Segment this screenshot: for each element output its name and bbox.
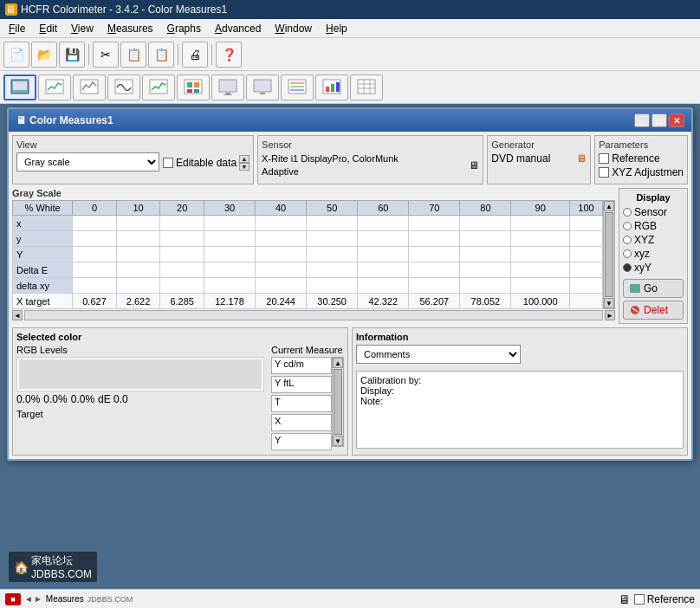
scroll-down-btn[interactable]: ▼	[604, 298, 614, 308]
view-select[interactable]: Gray scale Color checker	[16, 152, 159, 171]
cell-xt-7: 56.207	[409, 294, 460, 309]
radio-rgb[interactable]: RGB	[623, 220, 684, 232]
status-next-btn[interactable]: ►	[34, 594, 42, 604]
horiz-scroll-left[interactable]: ◄	[12, 310, 23, 320]
rgb-levels-label: RGB Levels	[16, 345, 264, 355]
ref-status-checkbox[interactable]	[634, 594, 645, 605]
tb-monitor1-btn[interactable]	[211, 74, 244, 100]
editable-checkbox[interactable]	[163, 158, 173, 168]
cell	[204, 247, 255, 262]
menu-file[interactable]: File	[2, 21, 32, 36]
cell	[73, 262, 117, 278]
table-row-deltae: Delta E	[13, 262, 603, 278]
delete-button[interactable]: Delet	[623, 301, 684, 320]
measure-scrollbar[interactable]: ▲ ▼	[332, 357, 344, 447]
col-100: 100	[570, 201, 603, 216]
rgb-val-g: 0.0%	[43, 393, 67, 405]
measure-yftl-input: Y ftL	[271, 376, 332, 393]
menu-view[interactable]: View	[64, 21, 100, 36]
cell	[116, 278, 160, 294]
menu-measures[interactable]: Measures	[100, 21, 160, 36]
cell-xt-5: 30.250	[307, 294, 358, 309]
tb-color-btn[interactable]	[177, 74, 210, 100]
horiz-scrollbar[interactable]	[24, 310, 603, 320]
info-comments-select[interactable]: Comments Details Settings	[356, 345, 521, 364]
new-button[interactable]: 📄	[3, 42, 29, 68]
title-bar: 🖥 HCFR Colorimeter - 3.4.2 - Color Measu…	[0, 0, 700, 19]
cell	[204, 216, 255, 231]
radio-rgb-label: RGB	[634, 220, 657, 232]
go-button[interactable]: Go	[623, 279, 684, 298]
spin-up-btn[interactable]: ▲	[239, 155, 250, 163]
tb-graph1-btn[interactable]	[38, 74, 71, 100]
cell	[570, 231, 603, 247]
tb-wave-btn[interactable]	[107, 74, 140, 100]
menu-window[interactable]: Window	[268, 21, 319, 36]
tb-lines-btn[interactable]	[281, 74, 314, 100]
generator-icon: 🖥	[576, 152, 587, 165]
cell	[160, 247, 204, 262]
cut-button[interactable]: ✂	[93, 42, 119, 68]
close-button[interactable]: ✕	[669, 113, 684, 127]
cell	[511, 278, 570, 294]
reference-checkbox[interactable]	[599, 153, 609, 164]
info-text-area[interactable]: Calibration by: Display: Note:	[356, 371, 684, 449]
table-scrollbar[interactable]: ▲ ▼	[603, 200, 615, 309]
measure-ycdm-input: Y cd/m	[271, 357, 332, 374]
mscroll-up[interactable]: ▲	[333, 358, 343, 368]
col-70: 70	[409, 201, 460, 216]
xyz-checkbox[interactable]	[599, 167, 609, 178]
help-button[interactable]: ❓	[216, 42, 242, 68]
cell	[256, 216, 307, 231]
maximize-button[interactable]: □	[651, 113, 667, 127]
tb-graph3-btn[interactable]	[142, 74, 175, 100]
horiz-scroll-right[interactable]: ►	[605, 310, 615, 320]
row-x-label: x	[13, 216, 73, 231]
paste-button[interactable]: 📋	[148, 42, 174, 68]
menu-graphs[interactable]: Graphs	[160, 21, 208, 36]
information-title: Information	[356, 332, 684, 342]
radio-sensor[interactable]: Sensor	[623, 206, 684, 218]
cell	[73, 231, 117, 247]
menu-help[interactable]: Help	[319, 21, 354, 36]
minimize-button[interactable]: _	[634, 113, 650, 127]
current-measure-label: Current Measure	[271, 345, 344, 355]
window-title-bar: 🖥 Color Measures1 _ □ ✕	[9, 109, 691, 132]
menu-bar: File Edit View Measures Graphs Advanced …	[0, 19, 700, 38]
menu-advanced[interactable]: Advanced	[208, 21, 268, 36]
print-button[interactable]: 🖨	[182, 42, 208, 68]
open-button[interactable]: 📂	[31, 42, 57, 68]
mscroll-down[interactable]: ▼	[333, 436, 343, 446]
copy-button[interactable]: 📋	[120, 42, 146, 68]
measure-x-input: X	[271, 414, 332, 431]
scroll-thumb[interactable]	[605, 212, 613, 297]
radio-xyy-label: xyY	[634, 262, 651, 274]
generator-label: Generator	[491, 139, 587, 150]
app-title: HCFR Colorimeter - 3.4.2 - Color Measure…	[21, 3, 227, 16]
cell	[73, 247, 117, 262]
radio-xyz2[interactable]: xyz	[623, 248, 684, 260]
save-button[interactable]: 💾	[59, 42, 85, 68]
cell	[307, 231, 358, 247]
scroll-up-btn[interactable]: ▲	[604, 201, 614, 211]
cell	[460, 278, 511, 294]
row-y-label: y	[13, 231, 73, 247]
col-90: 90	[511, 201, 570, 216]
tb-settings-btn[interactable]	[3, 74, 36, 100]
col-60: 60	[358, 201, 409, 216]
radio-xyz[interactable]: XYZ	[623, 234, 684, 246]
cell	[160, 216, 204, 231]
tb-bars-btn[interactable]	[315, 74, 348, 100]
tb-graph2-btn[interactable]	[73, 74, 106, 100]
radio-xyy[interactable]: xyY	[623, 262, 684, 274]
spin-down-btn[interactable]: ▼	[239, 163, 250, 171]
col-20: 20	[160, 201, 204, 216]
menu-edit[interactable]: Edit	[32, 21, 64, 36]
watermark-icon: 🏠	[14, 560, 29, 574]
tb-monitor2-btn[interactable]	[246, 74, 279, 100]
cell	[460, 262, 511, 278]
status-stop-icon[interactable]: ■	[5, 593, 21, 605]
status-prev-btn[interactable]: ◄	[24, 594, 33, 604]
cell	[409, 231, 460, 247]
tb-table-btn[interactable]	[350, 74, 383, 100]
